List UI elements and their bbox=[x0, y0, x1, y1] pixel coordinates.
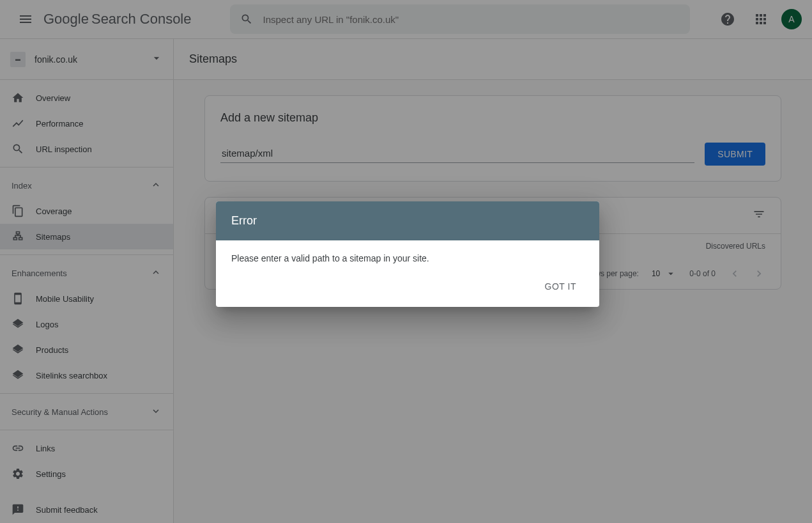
dialog-message: Please enter a valid path to a sitemap i… bbox=[216, 240, 599, 271]
modal-overlay[interactable]: Error Please enter a valid path to a sit… bbox=[0, 0, 812, 523]
error-dialog: Error Please enter a valid path to a sit… bbox=[216, 201, 599, 307]
dialog-title: Error bbox=[216, 201, 599, 240]
dialog-confirm-button[interactable]: GOT IT bbox=[537, 276, 584, 297]
